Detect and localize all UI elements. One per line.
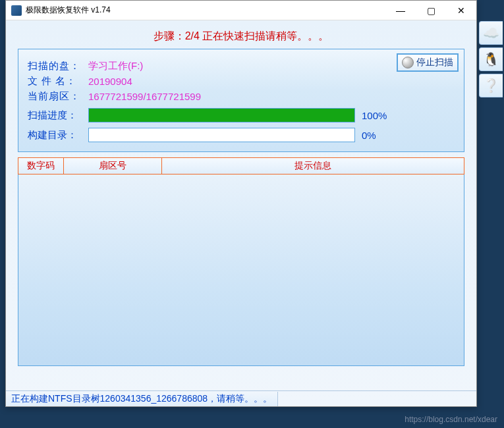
col-sector[interactable]: 扇区号 — [63, 157, 162, 174]
disk-label: 扫描的盘： — [28, 60, 88, 72]
col-code[interactable]: 数字码 — [18, 157, 64, 174]
file-label: 文 件 名： — [28, 75, 88, 88]
scan-panel: 停止扫描 扫描的盘： 学习工作(F:) 文 件 名： 20190904 当前扇区… — [18, 49, 464, 152]
dock-cloud-icon[interactable]: ☁️ — [479, 21, 503, 45]
build-progress-bar — [88, 128, 355, 142]
table-header: 数字码 扇区号 提示信息 — [18, 157, 464, 174]
row-build-progress: 构建目录： 0% — [28, 128, 455, 142]
scan-progress-pct: 100% — [362, 110, 387, 121]
stop-icon — [402, 57, 414, 68]
step-banner: 步骤：2/4 正在快速扫描请稍等。。。 — [6, 20, 476, 49]
app-window: 极限数据恢复软件 v1.74 — ▢ ✕ 步骤：2/4 正在快速扫描请稍等。。。… — [5, 0, 477, 407]
disk-value: 学习工作(F:) — [88, 60, 143, 72]
col-hint[interactable]: 提示信息 — [161, 157, 464, 174]
file-value: 20190904 — [88, 76, 132, 87]
build-progress-pct: 0% — [362, 130, 376, 141]
scan-progress-fill — [89, 109, 354, 122]
app-icon — [11, 5, 22, 16]
dock-help-icon[interactable]: ❔ — [479, 74, 503, 97]
row-sector: 当前扇区： 1677721599/1677721599 — [28, 90, 455, 103]
maximize-button[interactable]: ▢ — [416, 1, 446, 20]
sector-label: 当前扇区： — [28, 90, 88, 103]
sidebar-dock: ☁️ 🐧 ❔ — [479, 21, 504, 97]
watermark: https://blog.csdn.net/xdear — [405, 415, 497, 424]
status-text: 正在构建NTFS目录树1260341356_1266786808，请稍等。。。 — [6, 392, 278, 406]
row-disk: 扫描的盘： 学习工作(F:) — [28, 60, 455, 72]
row-file: 文 件 名： 20190904 — [28, 75, 455, 88]
scan-progress-label: 扫描进度： — [28, 109, 88, 122]
result-table: 数字码 扇区号 提示信息 — [18, 157, 464, 366]
build-progress-label: 构建目录： — [28, 129, 88, 142]
titlebar[interactable]: 极限数据恢复软件 v1.74 — ▢ ✕ — [6, 1, 476, 20]
row-scan-progress: 扫描进度： 100% — [28, 108, 455, 122]
close-button[interactable]: ✕ — [446, 1, 476, 20]
window-controls: — ▢ ✕ — [385, 1, 476, 20]
scan-progress-bar — [88, 108, 355, 122]
minimize-button[interactable]: — — [385, 1, 416, 20]
window-title: 极限数据恢复软件 v1.74 — [26, 5, 385, 16]
sector-value: 1677721599/1677721599 — [88, 91, 201, 102]
client-area: 步骤：2/4 正在快速扫描请稍等。。。 停止扫描 扫描的盘： 学习工作(F:) … — [6, 20, 476, 406]
dock-qq-icon[interactable]: 🐧 — [479, 47, 503, 71]
stop-scan-label: 停止扫描 — [416, 57, 453, 68]
table-body[interactable] — [18, 174, 464, 366]
statusbar: 正在构建NTFS目录树1260341356_1266786808，请稍等。。。 — [6, 390, 476, 406]
stop-scan-button[interactable]: 停止扫描 — [397, 53, 459, 72]
